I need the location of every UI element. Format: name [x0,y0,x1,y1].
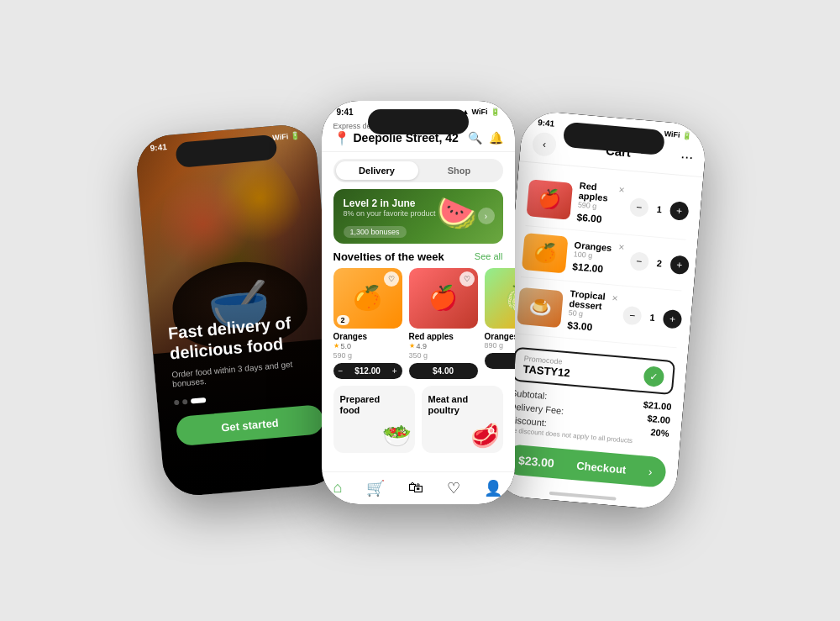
item-image-dessert: 🍮 [517,287,564,327]
delivery-label: Delivery Fee: [509,401,564,416]
cart-price-oranges: $12.00 [348,366,386,376]
product-rating-oranges: ★5.0 [333,342,402,350]
checkout-label: Checkout [575,459,626,476]
qty-minus-oranges[interactable]: − [629,251,649,271]
item-image-apples: 🍎 [526,178,573,218]
tab-shop[interactable]: Shop [418,161,501,180]
splash-subtitle: Order food within 3 days and get bonuses… [171,357,318,388]
promo-input-inner: Promocode TASTY12 [522,354,644,385]
notch-2 [368,109,469,134]
more-button[interactable]: ··· [680,147,694,166]
discount-value: 20% [650,427,669,439]
plus-icon: + [392,366,397,376]
time-1: 9:41 [150,141,167,152]
item-name-dessert: Tropical dessert [569,288,606,312]
heart-icon[interactable]: ♡ [384,271,399,287]
qty-control-apples: − 1 + [629,197,690,220]
category-name-meat: Meat andpoultry [428,394,496,416]
nav-profile-icon[interactable]: 👤 [484,479,502,497]
category-image-meat: 🥩 [470,422,500,450]
item-price-dessert: $3.00 [566,318,602,334]
category-card-meat[interactable]: Meat andpoultry 🥩 [422,386,503,453]
promo-sub: 8% on your favorite product [344,209,493,218]
product-name-oranges: Oranges [333,332,402,341]
qty-num-oranges: 2 [653,257,665,268]
item-info-oranges: Oranges 100 g $12.00 [571,239,612,275]
qty-plus-dessert[interactable]: + [662,308,682,329]
heart-icon-apples[interactable]: ♡ [459,271,475,287]
tab-bar: Delivery Shop [333,159,503,182]
header-icons: 🔍 🔔 [468,131,503,145]
item-price-apples: $6.00 [575,211,609,225]
nav-home-icon[interactable]: ⌂ [333,479,343,497]
bell-icon[interactable]: 🔔 [489,131,503,145]
checkout-price: $23.00 [517,453,554,470]
see-all-link[interactable]: See all [475,251,503,261]
product-weight-oranges: 590 g [333,351,402,360]
order-summary: Subtotal: $21.00 Delivery Fee: $2.00 Dis… [495,387,683,452]
category-name-prepared: Preparedfood [340,394,408,416]
dot-1 [174,399,180,405]
add-to-cart-apples[interactable]: $4.00 [409,363,478,379]
phone-cart: 9:41 ▲▲▲WiFi🔋 ‹ Cart ··· 🍎 Red apples 59… [490,109,707,510]
add-to-cart-oranges[interactable]: − $12.00 + [333,363,402,379]
product-image-oranges: 🍊 2 ♡ [333,268,402,329]
back-button[interactable]: ‹ [531,131,556,156]
location-pin-icon: 📍 [333,130,350,146]
splash-content: Fast delivery of delicious food Order fo… [150,308,341,447]
remove-dessert-icon[interactable]: × [611,292,617,304]
item-name-apples: Red apples [578,180,612,203]
qty-plus-apples[interactable]: + [669,200,689,220]
subtotal-value: $21.00 [643,399,672,412]
cart-price-apples: $4.00 [414,366,473,376]
search-icon[interactable]: 🔍 [468,131,482,145]
product-weight-apples: 350 g [409,351,478,360]
products-row: 🍊 2 ♡ Oranges ★5.0 590 g − $12.00 + [322,268,515,379]
qty-minus-dessert[interactable]: − [622,305,642,325]
product-card-oranges: 🍊 2 ♡ Oranges ★5.0 590 g − $12.00 + [333,268,402,379]
item-price-oranges: $12.00 [571,260,610,275]
category-card-prepared[interactable]: Preparedfood 🥗 [333,386,415,453]
categories-row: Preparedfood 🥗 Meat andpoultry 🥩 [322,379,515,453]
item-image-oranges: 🍊 [521,233,568,273]
category-image-prepared: 🥗 [382,422,412,450]
time-3: 9:41 [537,117,554,128]
qty-control-dessert: − 1 + [622,305,682,329]
delivery-value: $2.00 [647,413,670,424]
cart-price-orange2: $ [490,356,515,366]
product-card-apples: 🍎 ♡ Red apples ★4.9 350 g $4.00 [409,268,478,379]
nav-heart-icon[interactable]: ♡ [447,479,460,497]
promo-arrow-icon: › [478,208,495,224]
dots-row [174,387,321,405]
nav-cart-icon[interactable]: 🛒 [366,479,385,497]
star-icon-apples: ★ [409,342,415,350]
star-icon: ★ [333,342,339,350]
remove-apples-icon[interactable]: × [618,183,625,196]
section-header: Novelties of the week See all [322,250,515,268]
product-image-orange2: 🍈 ♡ [485,268,515,329]
checkout-arrow-icon: › [648,465,653,478]
product-image-apples: 🍎 ♡ [409,268,478,329]
phone-delivery: 9:41 ▲▲▲WiFi🔋 Express delivery 📍 Deepoli… [322,101,515,504]
promo-title: Level 2 in June [344,197,493,209]
section-title: Novelties of the week [333,250,444,263]
item-info-dessert: Tropical dessert 50 g $3.00 [566,288,605,334]
phone-splash: 9:41 ▲WiFi🔋 Fast delivery of delicious f… [134,122,345,497]
qty-control-oranges: − 2 + [629,251,690,275]
product-name-apples: Red apples [409,332,478,341]
qty-minus-apples[interactable]: − [629,197,649,217]
promo-bonus: 1,300 bonuses [344,226,407,238]
qty-plus-oranges[interactable]: + [669,255,689,275]
remove-oranges-icon[interactable]: × [617,240,624,253]
nav-bag-icon[interactable]: 🛍 [408,479,423,497]
bottom-nav: ⌂ 🛒 🛍 ♡ 👤 [322,471,515,504]
promo-banner[interactable]: Level 2 in June 8% on your favorite prod… [333,189,503,244]
subtotal-label: Subtotal: [510,387,547,401]
qty-num-apples: 1 [653,203,665,213]
home-indicator [549,491,616,500]
add-to-cart-orange2[interactable]: $ [485,353,515,369]
tab-delivery[interactable]: Delivery [336,161,418,180]
cart-items: 🍎 Red apples 590 g $6.00 × − 1 + 🍊 [503,161,703,358]
qty-num-dessert: 1 [646,311,659,322]
checkout-bar[interactable]: $23.00 Checkout › [503,444,666,488]
